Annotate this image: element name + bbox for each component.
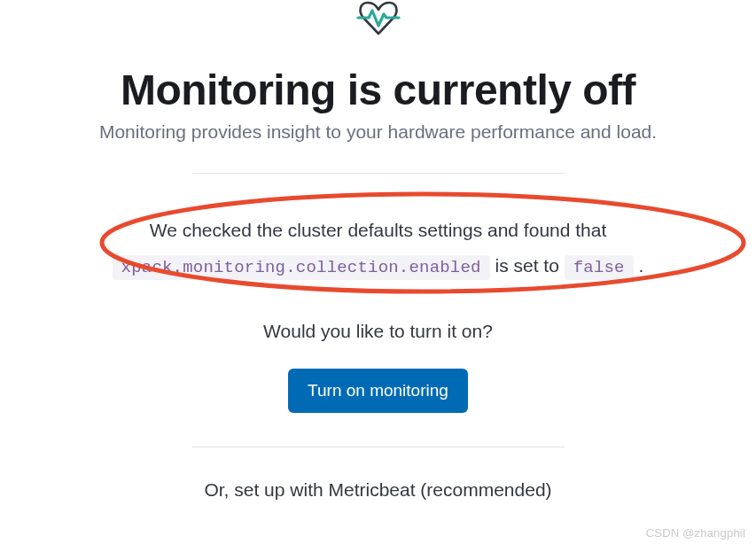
metricbeat-alternative-text: Or, set up with Metricbeat (recommended)	[0, 479, 756, 501]
enable-prompt: Would you like to turn it on?	[0, 321, 756, 342]
check-prefix: We checked the cluster defaults settings…	[150, 220, 607, 240]
watermark-text: CSDN @zhangphil	[646, 526, 745, 540]
check-mid: is set to	[490, 255, 565, 276]
turn-on-monitoring-button[interactable]: Turn on monitoring	[288, 369, 468, 413]
monitoring-off-panel: Monitoring is currently off Monitoring p…	[0, 0, 756, 501]
check-suffix: .	[634, 255, 644, 276]
divider-top	[192, 173, 565, 174]
settings-check-text: We checked the cluster defaults settings…	[51, 206, 706, 291]
heartbeat-monitor-icon	[353, 0, 404, 41]
setting-value-code: false	[565, 255, 634, 280]
divider-bottom	[192, 447, 565, 447]
icon-container	[0, 0, 756, 41]
page-subtitle: Monitoring provides insight to your hard…	[0, 121, 756, 143]
page-title: Monitoring is currently off	[0, 66, 756, 114]
settings-check-section: We checked the cluster defaults settings…	[51, 206, 706, 291]
setting-key-code: xpack.monitoring.collection.enabled	[113, 255, 490, 280]
